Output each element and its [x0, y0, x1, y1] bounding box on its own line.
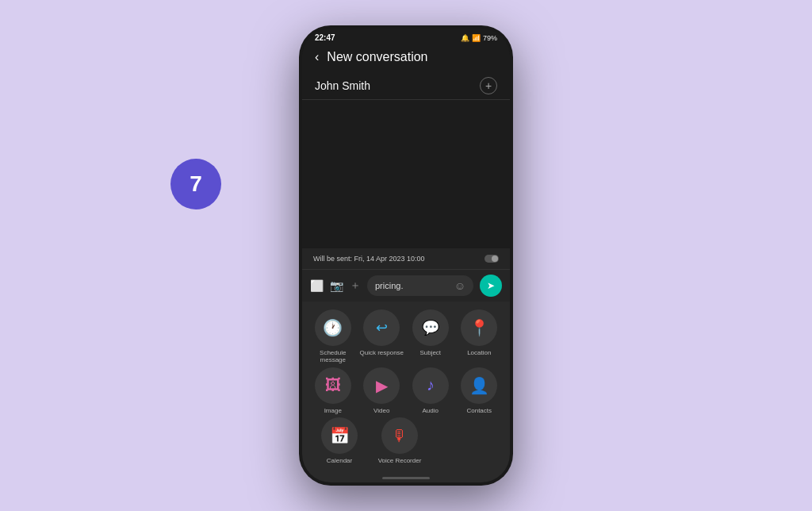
home-bar	[382, 477, 430, 479]
calendar-icon: 📅	[321, 417, 358, 454]
send-icon: ➤	[487, 280, 495, 291]
add-recipient-button[interactable]: +	[480, 77, 497, 94]
step-badge: 7	[170, 159, 221, 209]
status-bar: 22:47 🔔 📶 79%	[302, 29, 510, 45]
action-row-1: 🕐 Schedule message ↩ Quick response 💬 Su…	[308, 309, 504, 364]
quick-response-icon: ↩	[363, 309, 400, 346]
gallery-icon[interactable]: ⬜	[310, 279, 324, 292]
message-area[interactable]	[302, 100, 510, 248]
subject-label: Subject	[419, 349, 441, 357]
signal-icon: 🔔	[461, 34, 469, 42]
action-row-2: 🖼 Image ▶ Video ♪ Audio	[308, 367, 504, 415]
status-time: 22:47	[315, 33, 335, 42]
video-icon: ▶	[363, 367, 400, 404]
phone-screen: 22:47 🔔 📶 79% ‹ New conversation John Sm…	[302, 29, 510, 482]
voice-recorder-icon: 🎙	[381, 417, 418, 454]
plus-icon[interactable]: ＋	[350, 279, 361, 293]
emoji-button[interactable]: ☺	[454, 279, 465, 292]
status-icons: 🔔 📶 79%	[461, 34, 497, 42]
calendar-label: Calendar	[327, 457, 352, 465]
recipient-bar: John Smith +	[302, 72, 510, 100]
action-subject[interactable]: 💬 Subject	[408, 309, 454, 364]
action-video[interactable]: ▶ Video	[358, 367, 404, 415]
contacts-label: Contacts	[466, 407, 492, 415]
action-image[interactable]: 🖼 Image	[310, 367, 356, 415]
phone-mockup: 22:47 🔔 📶 79% ‹ New conversation John Sm…	[299, 25, 513, 486]
audio-icon: ♪	[412, 367, 449, 404]
action-quick-response[interactable]: ↩ Quick response	[358, 309, 404, 364]
action-contacts[interactable]: 👤 Contacts	[456, 367, 502, 415]
image-icon: 🖼	[315, 367, 351, 404]
schedule-message-label: Schedule message	[310, 349, 356, 364]
schedule-toggle[interactable]	[485, 255, 499, 263]
voice-recorder-label: Voice Recorder	[378, 457, 422, 465]
schedule-bar: Will be sent: Fri, 14 Apr 2023 10:00	[302, 248, 510, 269]
camera-icon[interactable]: 📷	[330, 279, 343, 292]
app-title: New conversation	[327, 50, 427, 64]
message-input-field[interactable]: pricing. ☺	[367, 275, 473, 296]
action-calendar[interactable]: 📅 Calendar	[316, 417, 362, 465]
action-audio[interactable]: ♪ Audio	[408, 367, 454, 415]
input-text: pricing.	[375, 281, 403, 290]
home-indicator	[302, 473, 510, 482]
app-header: ‹ New conversation	[302, 45, 510, 72]
action-row-3: 📅 Calendar 🎙 Voice Recorder	[308, 417, 504, 465]
recipient-name: John Smith	[315, 79, 370, 92]
send-button[interactable]: ➤	[480, 275, 502, 297]
battery-icon: 79%	[483, 34, 497, 42]
action-schedule-message[interactable]: 🕐 Schedule message	[310, 309, 356, 364]
action-location[interactable]: 📍 Location	[456, 309, 502, 364]
wifi-icon: 📶	[472, 34, 481, 42]
action-grid: 🕐 Schedule message ↩ Quick response 💬 Su…	[302, 302, 510, 473]
action-voice-recorder[interactable]: 🎙 Voice Recorder	[377, 417, 423, 465]
schedule-message-icon: 🕐	[315, 309, 351, 346]
input-bar: ⬜ 📷 ＋ pricing. ☺ ➤	[302, 269, 510, 302]
location-label: Location	[467, 349, 491, 357]
subject-icon: 💬	[412, 309, 449, 346]
audio-label: Audio	[423, 407, 439, 415]
quick-response-label: Quick response	[359, 349, 404, 357]
back-button[interactable]: ‹	[315, 50, 319, 64]
location-icon: 📍	[461, 309, 497, 346]
video-label: Video	[373, 407, 389, 415]
image-label: Image	[324, 407, 342, 415]
contacts-icon: 👤	[461, 367, 497, 404]
schedule-text: Will be sent: Fri, 14 Apr 2023 10:00	[313, 255, 425, 263]
